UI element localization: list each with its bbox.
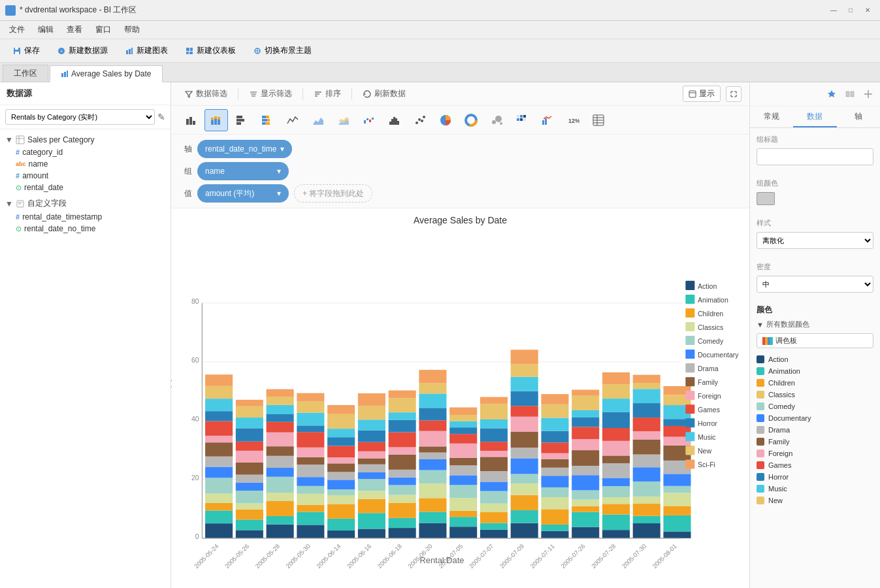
- chart-type-line[interactable]: [281, 109, 304, 131]
- panel-icon-3[interactable]: [860, 86, 876, 102]
- tree-item-category_id[interactable]: # category_id: [0, 146, 171, 158]
- tab-general[interactable]: 常规: [750, 106, 793, 127]
- svg-rect-40: [266, 116, 269, 118]
- display-button[interactable]: 显示: [683, 86, 721, 102]
- chart-type-pie[interactable]: [434, 109, 457, 131]
- chart-type-bubble[interactable]: [485, 109, 508, 131]
- switch-theme-button[interactable]: 切换布景主题: [246, 42, 319, 60]
- bar-segment: [511, 365, 538, 377]
- tree-item-name[interactable]: abc name: [0, 158, 171, 170]
- bar-segment: [419, 470, 446, 483]
- tree-group-sales-header[interactable]: ▼ Sales per Category: [0, 133, 171, 146]
- chart-type-histogram[interactable]: [383, 109, 406, 131]
- sort-button[interactable]: 排序: [308, 86, 346, 101]
- chart-type-bar-horizontal[interactable]: [230, 109, 253, 131]
- panel-icon-1[interactable]: [824, 86, 839, 102]
- field-timestamp: rental_date_timestamp: [22, 212, 102, 221]
- chart-type-heatmap[interactable]: [510, 109, 534, 131]
- group-field-pill[interactable]: name ▾: [197, 162, 289, 180]
- color-item-new[interactable]: New: [757, 495, 873, 506]
- tab-data[interactable]: 数据: [793, 106, 836, 127]
- active-chart-tab[interactable]: Average Sales by Date: [50, 65, 163, 82]
- tree-group-custom-header[interactable]: ▼ 自定义字段: [0, 196, 171, 211]
- color-item-comedy[interactable]: Comedy: [757, 400, 873, 412]
- new-dashboard-button[interactable]: 新建仪表板: [178, 42, 243, 60]
- data-filter-button[interactable]: 数据筛选: [179, 86, 233, 101]
- color-item-games[interactable]: Games: [757, 459, 873, 471]
- color-item-foreign[interactable]: Foreign: [757, 448, 873, 459]
- density-select[interactable]: 中: [757, 276, 873, 293]
- chart-type-bar-stacked[interactable]: [204, 109, 228, 131]
- chart-type-donut[interactable]: [459, 109, 483, 131]
- palette-button[interactable]: 调色板: [757, 333, 873, 348]
- edit-datasource-icon[interactable]: ✎: [157, 112, 165, 122]
- color-item-animation[interactable]: Animation: [757, 365, 873, 377]
- svg-rect-13: [61, 73, 63, 77]
- panel-icon-2[interactable]: [842, 86, 858, 102]
- svg-rect-117: [685, 459, 694, 468]
- group-pill-chevron: ▾: [277, 167, 281, 176]
- new-chart-button[interactable]: 新建图表: [118, 42, 175, 60]
- color-item-documentary[interactable]: Documentary: [757, 412, 873, 424]
- color-item-family[interactable]: Family: [757, 436, 873, 448]
- chart-type-bar-vertical[interactable]: [179, 109, 203, 131]
- refresh-button[interactable]: 刷新数据: [357, 86, 411, 101]
- maximize-button[interactable]: □: [843, 3, 858, 18]
- bar-segment: [205, 467, 233, 478]
- bar-segment: [663, 493, 691, 506]
- group-color-swatch[interactable]: [757, 192, 775, 205]
- menu-view[interactable]: 查看: [60, 22, 89, 38]
- tree-item-no-time[interactable]: ⊙ rental_date_no_time: [0, 223, 171, 235]
- color-item-music[interactable]: Music: [757, 483, 873, 495]
- chart-type-bar-horizontal-stacked[interactable]: [255, 109, 279, 131]
- value-field-pill[interactable]: amount (平均) ▾: [197, 184, 289, 203]
- chart-type-combined[interactable]: [536, 109, 559, 131]
- new-datasource-button[interactable]: + 新建数据源: [50, 42, 115, 60]
- display-filter-button[interactable]: 显示筛选: [244, 86, 297, 101]
- separator-3: [351, 88, 352, 100]
- menu-window[interactable]: 窗口: [89, 22, 118, 38]
- save-button[interactable]: 保存: [5, 42, 47, 60]
- axis-label: 轴: [179, 144, 192, 155]
- axis-field-pill[interactable]: rental_date_no_time ▾: [197, 140, 292, 158]
- add-field-button[interactable]: + 将字段拖到此处: [294, 184, 372, 203]
- expand-colors-icon[interactable]: ▼: [757, 321, 764, 329]
- chart-type-waterfall[interactable]: [357, 109, 381, 131]
- color-item-horror[interactable]: Horror: [757, 471, 873, 483]
- chart-type-area[interactable]: [306, 109, 330, 131]
- close-button[interactable]: ✕: [860, 3, 875, 18]
- color-item-classics[interactable]: Classics: [757, 389, 873, 400]
- tab-axis[interactable]: 轴: [837, 106, 880, 127]
- expand-button[interactable]: [726, 86, 741, 102]
- bar-segment: [572, 427, 599, 439]
- color-item-action[interactable]: Action: [757, 353, 873, 365]
- style-select[interactable]: 离散化: [757, 232, 873, 249]
- menu-file[interactable]: 文件: [3, 22, 31, 38]
- tree-item-rental_date[interactable]: ⊙ rental_date: [0, 182, 171, 193]
- svg-rect-10: [186, 52, 189, 54]
- svg-rect-39: [262, 116, 266, 118]
- svg-rect-124: [765, 337, 768, 345]
- svg-rect-46: [367, 118, 368, 120]
- svg-rect-119: [846, 91, 849, 97]
- x-axis-label: 2005-05-28: [254, 543, 281, 570]
- menu-help[interactable]: 帮助: [118, 22, 146, 38]
- panel-icons: [750, 82, 880, 106]
- bar-segment: [511, 350, 538, 364]
- chart-type-number[interactable]: 12%: [561, 109, 585, 131]
- group-title-input[interactable]: [757, 148, 873, 165]
- chart-type-scatter[interactable]: [408, 109, 432, 131]
- tab-bar: 工作区 Average Sales by Date: [0, 63, 880, 82]
- data-source-select[interactable]: Rentals by Category (实时): [5, 109, 155, 125]
- menu-edit[interactable]: 编辑: [31, 22, 60, 38]
- bar-segment: [205, 503, 233, 510]
- minimize-button[interactable]: —: [826, 3, 841, 18]
- bar-segment: [389, 447, 416, 454]
- chart-type-table[interactable]: [587, 109, 610, 131]
- chart-type-area-stacked[interactable]: [332, 109, 355, 131]
- color-item-drama[interactable]: Drama: [757, 424, 873, 436]
- tree-item-timestamp[interactable]: # rental_date_timestamp: [0, 211, 171, 223]
- workspace-tab[interactable]: 工作区: [3, 65, 48, 82]
- color-item-children[interactable]: Children: [757, 377, 873, 389]
- tree-item-amount[interactable]: # amount: [0, 170, 171, 182]
